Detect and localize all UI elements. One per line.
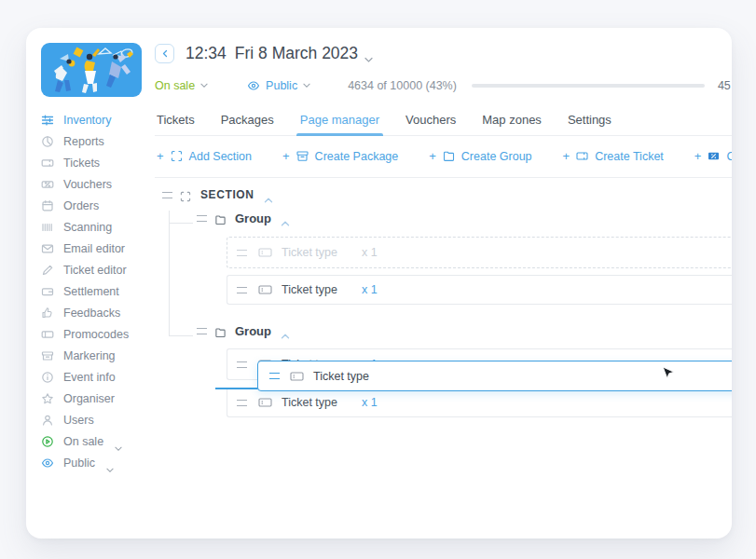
ticket-type-label: Ticket type bbox=[313, 370, 369, 383]
chevron-up-icon[interactable] bbox=[281, 214, 290, 222]
section-brackets-icon bbox=[180, 189, 191, 200]
chevron-up-icon[interactable] bbox=[264, 191, 273, 198]
tree-connector-stub bbox=[169, 223, 193, 224]
ticket-icon bbox=[290, 371, 304, 382]
sidebar-item-ticket-editor[interactable]: Ticket editor bbox=[41, 259, 149, 280]
sidebar-item-tickets[interactable]: Tickets bbox=[41, 152, 149, 173]
sidebar-item-feedbacks[interactable]: Feedbacks bbox=[41, 302, 149, 323]
back-button[interactable] bbox=[155, 44, 174, 63]
drag-handle-icon[interactable] bbox=[269, 373, 280, 379]
section-row[interactable]: SECTION bbox=[162, 185, 732, 204]
create-ticket-button[interactable]: + Create Ticket bbox=[563, 149, 664, 163]
create-voucher-button[interactable]: + Create Voucher bbox=[694, 149, 732, 163]
tab-vouchers[interactable]: Vouchers bbox=[405, 109, 456, 135]
add-section-button[interactable]: + Add Section bbox=[157, 149, 252, 163]
drag-handle-icon[interactable] bbox=[237, 287, 247, 293]
folder-icon bbox=[443, 150, 455, 162]
app-window: Inventory Reports Tickets Vouchers Order… bbox=[26, 28, 732, 539]
event-date[interactable]: Fri 8 March 2023 bbox=[235, 44, 358, 63]
sidebar-item-label: Email editor bbox=[63, 242, 125, 255]
ticket-row-ghost: Ticket type x 1 bbox=[227, 237, 732, 268]
ticket-count[interactable]: x 1 bbox=[362, 283, 378, 296]
thumbs-up-icon bbox=[41, 307, 54, 320]
visibility-dropdown[interactable]: Public bbox=[247, 79, 310, 92]
sidebar-item-label: Public bbox=[63, 457, 95, 470]
chevron-down-icon bbox=[106, 460, 114, 466]
sidebar: Inventory Reports Tickets Vouchers Order… bbox=[26, 28, 149, 539]
sidebar-item-label: Feedbacks bbox=[63, 307, 120, 320]
sidebar-item-users[interactable]: Users bbox=[41, 409, 149, 430]
sidebar-item-label: Promocodes bbox=[63, 328, 129, 341]
info-circle-icon bbox=[41, 371, 54, 384]
sidebar-item-settlement[interactable]: Settlement bbox=[41, 280, 149, 302]
visibility-label: Public bbox=[266, 79, 297, 92]
tree-connector-stub bbox=[169, 335, 193, 336]
action-label: Create Package bbox=[315, 150, 399, 163]
ticket-row[interactable]: Ticket type x 1 bbox=[227, 275, 732, 305]
plus-icon: + bbox=[429, 149, 436, 163]
sidebar-item-label: Settlement bbox=[63, 285, 119, 298]
sidebar-item-label: Reports bbox=[63, 135, 104, 148]
tree-connector-line bbox=[169, 211, 170, 335]
sidebar-item-event-info[interactable]: Event info bbox=[41, 366, 149, 388]
sidebar-item-email-editor[interactable]: Email editor bbox=[41, 238, 149, 259]
create-group-button[interactable]: + Create Group bbox=[429, 149, 531, 163]
sliders-icon bbox=[41, 114, 54, 127]
event-time: 12:34 bbox=[186, 44, 227, 63]
tab-settings[interactable]: Settings bbox=[568, 109, 612, 135]
plus-icon: + bbox=[694, 149, 702, 163]
action-label: Add Section bbox=[189, 150, 252, 163]
ticket-count[interactable]: x 1 bbox=[362, 396, 378, 409]
sidebar-item-label: Inventory bbox=[63, 114, 111, 127]
ticket-icon bbox=[258, 397, 272, 408]
group-row[interactable]: Group bbox=[197, 321, 732, 340]
ticket-row[interactable]: Ticket type x 1 bbox=[227, 388, 732, 417]
chevron-down-icon bbox=[115, 439, 122, 444]
tab-bar: Tickets Packages Page manager Vouchers M… bbox=[155, 109, 732, 136]
sidebar-item-label: Tickets bbox=[63, 157, 100, 170]
sidebar-item-scanning[interactable]: Scanning bbox=[41, 216, 149, 238]
star-icon bbox=[41, 392, 54, 405]
pen-icon bbox=[41, 264, 54, 277]
drag-handle-icon[interactable] bbox=[237, 361, 247, 368]
sidebar-item-public[interactable]: Public bbox=[41, 452, 149, 473]
archive-icon bbox=[41, 349, 54, 362]
ticket-type-label: Ticket type bbox=[282, 396, 337, 409]
tab-map-zones[interactable]: Map zones bbox=[482, 109, 542, 135]
plus-icon: + bbox=[157, 149, 164, 163]
drag-handle-icon[interactable] bbox=[197, 328, 207, 334]
group-row[interactable]: Group bbox=[197, 209, 732, 227]
drag-handle-icon bbox=[237, 250, 247, 256]
package-icon bbox=[296, 150, 309, 162]
event-cover-image[interactable] bbox=[41, 43, 142, 97]
create-package-button[interactable]: + Create Package bbox=[282, 149, 398, 163]
ticket-count: x 1 bbox=[362, 246, 378, 259]
action-label: Create Group bbox=[461, 150, 532, 163]
drag-handle-icon[interactable] bbox=[197, 215, 207, 222]
revenue-amount: 45 533 AED bbox=[718, 79, 732, 92]
sidebar-item-on-sale[interactable]: On sale bbox=[41, 430, 149, 452]
sidebar-item-label: Vouchers bbox=[63, 178, 112, 191]
ticket-icon bbox=[258, 247, 272, 258]
chevron-down-icon[interactable] bbox=[364, 50, 372, 56]
tab-packages[interactable]: Packages bbox=[221, 109, 274, 135]
actions-toolbar: + Add Section + Create Package + Create … bbox=[155, 136, 732, 178]
sidebar-item-reports[interactable]: Reports bbox=[41, 130, 149, 152]
drag-handle-icon[interactable] bbox=[162, 192, 172, 198]
sidebar-item-organiser[interactable]: Organiser bbox=[41, 388, 149, 409]
drag-handle-icon[interactable] bbox=[237, 400, 247, 406]
section-brackets-icon bbox=[171, 150, 183, 162]
on-sale-dropdown[interactable]: On sale bbox=[155, 79, 208, 92]
status-row: On sale Public 4634 of 10000 (43%) 45 53… bbox=[155, 77, 732, 94]
tab-tickets[interactable]: Tickets bbox=[157, 109, 195, 135]
tab-page-manager[interactable]: Page manager bbox=[300, 109, 379, 135]
dragged-ticket-card[interactable]: Ticket type bbox=[257, 361, 732, 391]
sidebar-item-vouchers[interactable]: Vouchers bbox=[41, 173, 149, 195]
wallet-icon bbox=[41, 285, 54, 298]
sidebar-item-inventory[interactable]: Inventory bbox=[41, 109, 149, 130]
chevron-up-icon[interactable] bbox=[281, 327, 290, 334]
sidebar-item-label: Scanning bbox=[63, 221, 112, 234]
sidebar-item-markering[interactable]: Markering bbox=[41, 345, 149, 366]
sidebar-item-promocodes[interactable]: Promocodes bbox=[41, 323, 149, 345]
sidebar-item-orders[interactable]: Orders bbox=[41, 195, 149, 216]
